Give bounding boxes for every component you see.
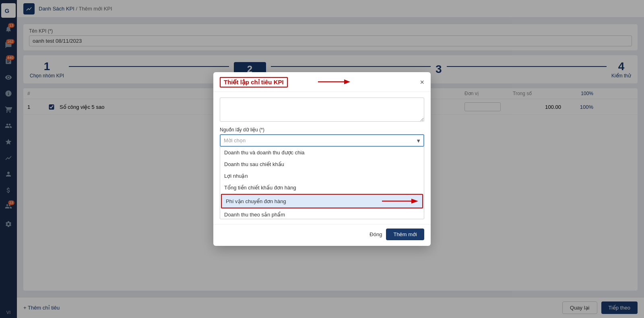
dropdown-item-3[interactable]: Tổng tiền chiết khấu đơn hàng bbox=[220, 182, 424, 193]
arrow-item-icon bbox=[382, 197, 418, 205]
modal-dialog: Thiết lập chỉ tiêu KPI × Nguồn lấy dữ li… bbox=[213, 72, 431, 246]
dropdown-item-5[interactable]: Doanh thu theo sản phẩm bbox=[220, 209, 424, 219]
dropdown-item-0[interactable]: Doanh thu và doanh thu được chia bbox=[220, 147, 424, 158]
svg-marker-2 bbox=[344, 79, 350, 84]
modal-body: Nguồn lấy dữ liệu (*) Mời chọn ▼ Doanh t… bbox=[213, 92, 431, 224]
arrow-annotation bbox=[318, 78, 350, 86]
dropdown-item-highlighted[interactable]: Phí vận chuyển đơn hàng bbox=[221, 194, 423, 208]
modal-overlay: Thiết lập chỉ tiêu KPI × Nguồn lấy dữ li… bbox=[0, 0, 644, 318]
them-moi-button[interactable]: Thêm mới bbox=[386, 229, 424, 240]
modal-header: Thiết lập chỉ tiêu KPI × bbox=[213, 72, 431, 92]
select-wrapper: Mời chọn ▼ bbox=[220, 134, 424, 147]
modal-close-button[interactable]: × bbox=[420, 78, 424, 87]
highlighted-item-label: Phí vận chuyển đơn hàng bbox=[226, 198, 286, 204]
dropdown-list: Doanh thu và doanh thu được chia Doanh t… bbox=[220, 147, 424, 219]
nguon-section: Nguồn lấy dữ liệu (*) Mời chọn ▼ Doanh t… bbox=[220, 127, 424, 219]
modal-title: Thiết lập chỉ tiêu KPI bbox=[220, 77, 288, 87]
nguon-label: Nguồn lấy dữ liệu (*) bbox=[220, 127, 424, 133]
svg-marker-4 bbox=[411, 199, 418, 204]
nguon-select[interactable]: Mời chọn bbox=[220, 134, 424, 147]
modal-textarea[interactable] bbox=[220, 98, 424, 122]
modal-footer: Đóng Thêm mới bbox=[213, 224, 431, 246]
dropdown-item-1[interactable]: Doanh thu sau chiết khấu bbox=[220, 158, 424, 170]
dong-button[interactable]: Đóng bbox=[369, 231, 382, 237]
dropdown-item-2[interactable]: Lợi nhuận bbox=[220, 170, 424, 182]
